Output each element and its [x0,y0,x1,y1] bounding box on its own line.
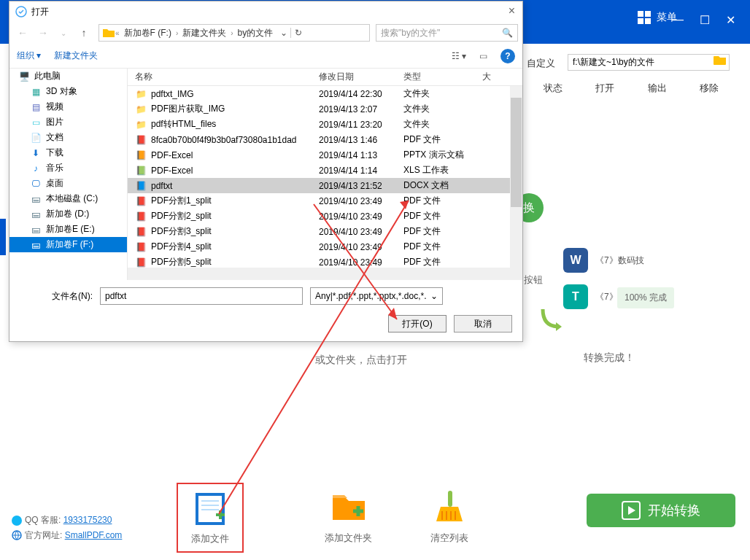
file-row[interactable]: 📗PDF-Excel2019/4/14 1:14XLS 工作表 [128,163,522,178]
new-folder-button[interactable]: 新建文件夹 [54,50,98,62]
completion-badge: 100% 完成 [617,287,674,308]
header-name[interactable]: 名称 [128,71,319,83]
file-row[interactable]: 📙PDF-Excel2019/4/14 1:13PPTX 演示文稿 [128,147,522,163]
tree-item[interactable]: ▭图片 [9,114,127,130]
tree-item[interactable]: ▤视频 [9,99,127,114]
file-type: PDF 文件 [403,195,482,207]
pic-icon: ▭ [30,117,42,128]
3d-icon: ▦ [30,87,42,97]
tree-item[interactable]: 🖵桌面 [9,176,127,191]
file-type: PDF 文件 [403,256,482,268]
dialog-close-button[interactable]: × [509,4,515,18]
word-icon: W [563,248,588,273]
pdf-icon: 📕 [135,257,147,268]
file-name: PDF-Excel [151,150,193,160]
doc-icon: 📄 [30,133,42,143]
help-button[interactable]: ? [500,49,515,63]
site-link[interactable]: SmallPDF.com [65,530,123,540]
folder-icon [102,27,115,39]
tree-item[interactable]: 🖥️此电脑 [9,69,127,84]
qq-link[interactable]: 1933175230 [63,515,112,525]
svg-rect-0 [638,11,643,17]
clear-list-button[interactable]: 清空列表 [430,488,468,545]
search-input[interactable]: 搜索"by的文件" 🔍 [376,24,518,42]
file-name: PDF图片获取_IMG [151,103,225,115]
ppt-icon: 📙 [135,149,147,160]
close-button[interactable]: ✕ [726,13,735,27]
header-size[interactable]: 大 [482,71,497,83]
doc-badges: W 《7》数码技 T 《7》 [563,248,644,321]
open-button[interactable]: 打开(O) [388,315,446,332]
file-name: PDF分割3_split [151,225,212,238]
file-row[interactable]: 📕PDF分割3_split2019/4/10 23:49PDF 文件 [128,224,522,239]
file-name: 8fca0b70b0f4f9b3b0af73080a1b1dad [151,135,297,145]
add-folder-button[interactable]: 添加文件夹 [325,488,372,545]
file-row[interactable]: 📁pdftxt_IMG2019/4/14 22:30文件夹 [128,86,522,101]
tree-label: 新加卷E (E:) [46,223,95,236]
file-row[interactable]: 📕8fca0b70b0f4f9b3b0af73080a1b1dad2019/4/… [128,132,522,147]
dialog-toolbar: 组织 ▾ 新建文件夹 ☷ ▾ ▭ ? [9,44,522,69]
tree-item[interactable]: 🖴新加卷F (F:) [9,237,127,252]
preview-pane-button[interactable]: ▭ [479,51,487,61]
filename-input[interactable] [100,287,303,305]
folder-icon: 📁 [135,88,147,99]
file-list[interactable]: 名称 修改日期 类型 大 📁pdftxt_IMG2019/4/14 22:30文… [128,69,522,280]
scrollbar-h[interactable] [128,268,510,280]
start-label: 开始转换 [648,502,700,519]
view-mode-button[interactable]: ☷ ▾ [452,51,466,61]
curve-arrow-icon [540,306,566,332]
pdf-icon: 📕 [135,226,147,237]
breadcrumb-seg-0[interactable]: 新加卷F (F:) [120,27,176,39]
tree-item[interactable]: 🖴本地磁盘 (C:) [9,191,127,206]
minimize-button[interactable]: — [672,13,684,27]
breadcrumb-seg-1[interactable]: 新建文件夹 [178,27,231,39]
desk-icon: 🖵 [30,179,42,189]
nav-forward-button[interactable]: → [34,24,52,42]
start-convert-button[interactable]: 开始转换 [587,494,735,527]
doc-label-w: 《7》数码技 [595,254,644,267]
file-date: 2019/4/13 21:52 [319,181,403,191]
menu-button[interactable]: 菜单 [638,11,677,24]
scrollbar-v[interactable] [510,86,522,280]
folder-icon[interactable] [714,54,727,66]
file-row[interactable]: 📕PDF分割4_split2019/4/10 23:49PDF 文件 [128,239,522,254]
nav-back-button[interactable]: ← [14,24,31,42]
breadcrumb[interactable]: « 新加卷F (F:) › 新建文件夹 › by的文件 ⌄ ↻ [98,24,370,42]
dialog-icon [15,6,27,18]
output-path-input[interactable] [568,54,730,71]
docx-icon: 📘 [135,180,147,191]
text-icon: T [563,284,588,309]
header-type[interactable]: 类型 [403,71,482,83]
refresh-button[interactable]: ↻ [290,28,305,38]
filetype-filter[interactable]: Any|*.pdf,*.ppt,*.pptx,*.doc,*.⌄ [310,287,443,305]
tree-item[interactable]: ♪音乐 [9,160,127,176]
tree-item[interactable]: 🖴新加卷E (E:) [9,222,127,237]
maximize-button[interactable]: ☐ [700,13,710,27]
breadcrumb-seg-2[interactable]: by的文件 [233,27,278,39]
tree-item[interactable]: 📄文档 [9,130,127,145]
nav-up-button[interactable]: ↑ [75,24,93,42]
nav-recent-button[interactable]: ⌄ [55,24,72,42]
file-row[interactable]: 📘pdftxt2019/4/13 21:52DOCX 文档 [128,178,522,193]
scrollbar-thumb[interactable] [511,98,522,207]
tree-item[interactable]: ▦3D 对象 [9,84,127,99]
tree-item[interactable]: 🖴新加卷 (D:) [9,206,127,222]
col-open: 打开 [579,82,632,95]
file-row[interactable]: 📁pdf转HTML_files2019/4/11 23:20文件夹 [128,117,522,132]
breadcrumb-dropdown[interactable]: ⌄ [277,28,290,38]
file-row[interactable]: 📕PDF分割2_split2019/4/10 23:49PDF 文件 [128,209,522,224]
tree-label: 图片 [46,116,63,128]
disk-icon: 🖴 [30,225,42,235]
organize-button[interactable]: 组织 ▾ [17,50,41,62]
cancel-button[interactable]: 取消 [454,315,512,332]
file-date: 2019/4/10 23:49 [319,257,403,268]
search-icon: 🔍 [502,28,513,38]
header-date[interactable]: 修改日期 [319,71,403,83]
file-row[interactable]: 📁PDF图片获取_IMG2019/4/13 2:07文件夹 [128,101,522,117]
nav-tree[interactable]: 🖥️此电脑▦3D 对象▤视频▭图片📄文档⬇下载♪音乐🖵桌面🖴本地磁盘 (C:)🖴… [9,69,128,280]
file-row[interactable]: 📕PDF分割1_split2019/4/10 23:49PDF 文件 [128,193,522,209]
tree-item[interactable]: ⬇下载 [9,145,127,160]
add-folder-icon [330,488,368,526]
column-headers: 状态 打开 输出 移除 [527,82,735,95]
file-date: 2019/4/14 1:14 [319,166,403,176]
